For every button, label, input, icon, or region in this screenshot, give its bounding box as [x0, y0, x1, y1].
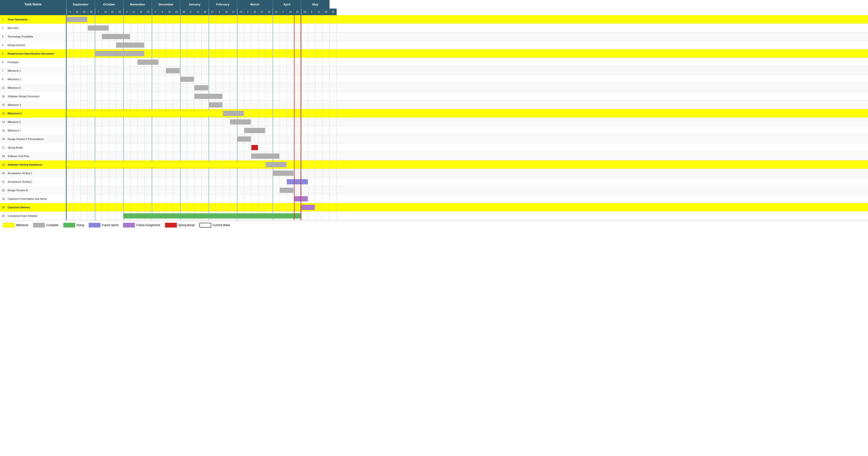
legend-item-future-sprint: Future Sprint	[89, 223, 118, 228]
week-header-32: 21	[294, 8, 301, 15]
task-grid	[66, 203, 868, 211]
table-row: 22Design Review III	[0, 186, 868, 195]
table-row: 12Milestone 4	[0, 101, 868, 109]
task-cell: 19Software Testing Readiness	[0, 161, 66, 169]
week-header-22: 10	[223, 8, 230, 15]
task-name: Milestone 3	[8, 86, 21, 89]
table-row: 4Design Review	[0, 41, 868, 49]
week-header-13: 9	[159, 8, 166, 15]
table-row: 23Capstone Presentation and Demo	[0, 195, 868, 203]
task-number: 3	[2, 35, 8, 38]
table-row: 13Milestone 5	[0, 109, 868, 118]
legend-item-complete: Complete	[33, 223, 58, 228]
task-name: Milestone 7	[8, 129, 21, 132]
task-cell: 18Software Test Plan	[0, 152, 66, 161]
week-header-26: 10	[251, 8, 258, 15]
task-cell: 4Design Review	[0, 41, 66, 49]
table-row: 21Acceptance Testing 2	[0, 177, 868, 186]
task-name: Mini Intro	[8, 27, 18, 29]
bar-complete	[266, 162, 286, 167]
task-name: Completed Team Website	[8, 215, 37, 217]
bar-complete	[137, 60, 158, 65]
task-grid	[66, 177, 868, 186]
bar-complete	[194, 94, 222, 99]
week-header-18: 13	[194, 8, 202, 15]
task-name: Software Testing Readiness	[8, 163, 42, 166]
bar-future-sprint	[287, 179, 308, 184]
week-header-1: 16	[73, 8, 81, 15]
week-header-37: 26	[330, 8, 337, 15]
task-grid	[66, 143, 868, 152]
bar-complete	[95, 51, 144, 56]
task-grid	[66, 169, 868, 177]
week-header-34: 5	[308, 8, 315, 15]
task-grid	[66, 101, 868, 109]
table-row: 18Software Test Plan	[0, 152, 868, 161]
week-header-11: 25	[145, 8, 152, 15]
week-header-36: 19	[322, 8, 330, 15]
task-cell: 5Requirement Specification Document	[0, 49, 66, 58]
week-header-8: 4	[123, 8, 130, 15]
bar-spring-break	[251, 145, 258, 150]
task-cell: 21Acceptance Testing 2	[0, 177, 66, 186]
week-header-17: 6	[187, 8, 194, 15]
task-number: 13	[2, 112, 8, 115]
task-name: Milestone 5	[8, 112, 22, 115]
task-cell: 10Software Design Document	[0, 92, 66, 101]
legend-box-future-sprint	[89, 223, 100, 228]
month-header-october: October	[95, 0, 123, 8]
task-number: 4	[2, 44, 8, 47]
week-header-14: 16	[166, 8, 173, 15]
legend-box-milestone	[3, 223, 15, 228]
task-grid	[66, 135, 868, 143]
bar-doing	[123, 213, 301, 219]
task-number: 18	[2, 155, 8, 158]
task-name: Design Review II Presentations	[8, 138, 44, 140]
table-row: 24Capstone Delivery	[0, 203, 868, 211]
month-header-april: April	[273, 0, 301, 8]
task-name: Design Review III	[8, 189, 28, 192]
bar-milestone	[66, 162, 272, 167]
task-name: Team Standards	[8, 18, 28, 21]
task-number: 10	[2, 95, 8, 98]
task-number: 7	[2, 69, 8, 72]
bar-milestone	[294, 205, 301, 210]
task-number: 17	[2, 146, 8, 149]
task-name: Milestone 1	[8, 69, 21, 72]
week-header-3: 30	[88, 8, 95, 15]
week-header-6: 21	[109, 8, 116, 15]
week-header-28: 24	[266, 8, 273, 15]
gantt-chart: Task NameSeptemberOctoberNovemberDecembe…	[0, 0, 868, 230]
legend-item-current-week: Current Week	[199, 223, 230, 228]
task-name: Milestone 2	[8, 78, 21, 81]
task-name: Software Test Plan	[8, 155, 29, 158]
task-number: 22	[2, 189, 8, 192]
week-header-2: 23	[81, 8, 88, 15]
task-number: 20	[2, 172, 8, 175]
task-grid	[66, 195, 868, 203]
week-header-19: 20	[202, 8, 209, 15]
table-row: 2Mini Intro	[0, 24, 868, 32]
task-cell: 2Mini Intro	[0, 24, 66, 32]
week-header-35: 12	[315, 8, 322, 15]
legend-label: Milestone	[16, 224, 28, 227]
bar-complete	[116, 42, 144, 48]
task-grid	[66, 109, 868, 118]
legend-label: Future Assignment	[136, 224, 160, 227]
task-number: 11	[2, 86, 8, 89]
week-header-30: 7	[280, 8, 287, 15]
week-header-31: 14	[287, 8, 294, 15]
task-name: Milestone 6	[8, 120, 21, 123]
task-cell: 25Completed Team Website	[0, 211, 66, 220]
task-cell: 12Milestone 4	[0, 101, 66, 109]
table-row: 7Milestone 1	[0, 66, 868, 75]
task-name: Prototype	[8, 61, 19, 64]
task-name: Capstone Presentation and Demo	[8, 197, 47, 200]
bar-complete	[237, 136, 251, 142]
task-number: 2	[2, 27, 8, 29]
bar-complete	[88, 25, 108, 31]
table-row: 5Requirement Specification Document	[0, 49, 868, 58]
bar-complete	[102, 34, 130, 39]
month-header-september: September	[66, 0, 95, 8]
task-grid	[66, 92, 868, 101]
